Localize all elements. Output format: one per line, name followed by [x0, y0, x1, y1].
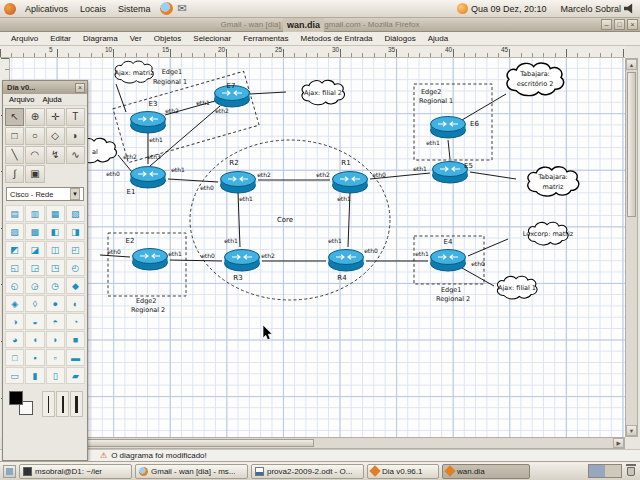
menu-item[interactable]: Diagrama — [77, 34, 124, 43]
tool-button[interactable]: ◇ — [46, 127, 65, 145]
cisco-shape-icon[interactable]: ▨ — [5, 223, 24, 240]
tool-button[interactable]: ∿ — [66, 146, 85, 164]
scroll-down-icon[interactable]: ▼ — [626, 425, 637, 436]
tool-button[interactable]: ◠ — [25, 146, 44, 164]
cisco-shape-icon[interactable]: ◒ — [25, 313, 44, 330]
menu-item[interactable]: Selecionar — [187, 34, 237, 43]
cisco-shape-icon[interactable]: ◓ — [46, 313, 65, 330]
cisco-shape-icon[interactable]: ◲ — [25, 259, 44, 276]
tool-button[interactable]: ✛ — [46, 108, 65, 126]
cisco-shape-icon[interactable]: ◶ — [25, 277, 44, 294]
cisco-shape-icon[interactable]: □ — [5, 349, 24, 366]
cisco-shape-icon[interactable]: ▤ — [5, 205, 24, 222]
cisco-shape-icon[interactable]: ▯ — [46, 367, 65, 384]
cisco-shape-icon[interactable]: ◷ — [46, 277, 65, 294]
cisco-shape-icon[interactable]: ◈ — [5, 295, 24, 312]
cisco-shape-icon[interactable]: ◑ — [5, 313, 24, 330]
panel-menu[interactable]: Sistema — [112, 0, 157, 17]
panel-menu[interactable]: Locais — [74, 0, 112, 17]
cisco-shape-icon[interactable]: ◨ — [66, 223, 85, 240]
horizontal-scrollbar[interactable]: ◀ ▶ — [10, 437, 625, 449]
menu-item[interactable]: Diálogos — [379, 34, 422, 43]
router-e1[interactable] — [131, 167, 166, 189]
line-width-medium[interactable] — [56, 391, 69, 417]
tool-button[interactable]: ◗ — [66, 127, 85, 145]
menu-item[interactable]: Ajuda — [422, 34, 454, 43]
tool-button[interactable]: T — [66, 108, 85, 126]
cisco-shape-icon[interactable]: ▫ — [46, 349, 65, 366]
cisco-shape-icon[interactable]: ▭ — [5, 367, 24, 384]
router-r3[interactable] — [225, 250, 260, 272]
cisco-shape-icon[interactable]: ▩ — [25, 223, 44, 240]
cloud-lexcorp-matriz[interactable]: Lexcorp: matriz — [523, 222, 574, 245]
cisco-shape-icon[interactable]: ▧ — [66, 205, 85, 222]
scroll-right-icon[interactable]: ▶ — [613, 438, 624, 448]
region-edge2-regional2[interactable]: Edge2 Regional 2 — [108, 233, 186, 314]
cisco-shape-icon[interactable]: ◪ — [25, 241, 44, 258]
user-switcher[interactable]: Marcelo Sobral — [560, 4, 621, 14]
cisco-shape-icon[interactable]: ◳ — [46, 259, 65, 276]
menu-item[interactable]: Métodos de Entrada — [294, 34, 378, 43]
cisco-shape-icon[interactable]: ◊ — [25, 295, 44, 312]
scroll-up-icon[interactable]: ▲ — [626, 59, 637, 70]
close-icon[interactable]: × — [75, 83, 85, 93]
cisco-shape-icon[interactable]: ◴ — [66, 259, 85, 276]
sheet-selector[interactable]: Cisco - Rede ▾ — [6, 187, 84, 201]
tool-button[interactable]: □ — [5, 127, 24, 145]
browser-launcher-icon[interactable] — [160, 2, 173, 15]
tool-button[interactable]: ╲ — [5, 146, 24, 164]
distro-logo-icon[interactable] — [4, 3, 16, 15]
taskbar-button-wan-dia[interactable]: wan.dia — [442, 464, 530, 479]
workspace-switcher[interactable] — [588, 464, 622, 478]
vertical-scrollbar[interactable]: ▲ ▼ — [625, 58, 638, 437]
menu-item[interactable]: Objetos — [148, 34, 188, 43]
tool-button[interactable]: ↖ — [5, 108, 24, 126]
menu-item[interactable]: Ferramentas — [237, 34, 294, 43]
cisco-shape-icon[interactable]: ◰ — [66, 241, 85, 258]
router-r4[interactable] — [329, 250, 364, 272]
region-core[interactable]: Core — [190, 140, 390, 300]
menu-item[interactable]: Ver — [124, 34, 148, 43]
update-notifier-icon[interactable] — [457, 3, 468, 14]
cloud-tabajara-matriz[interactable]: Tabajara: matriz — [528, 167, 579, 196]
panel-menu[interactable]: Aplicativos — [19, 0, 74, 17]
foreground-color-swatch[interactable] — [9, 391, 23, 405]
cisco-shape-icon[interactable]: ▮ — [25, 367, 44, 384]
toolbox-menu-item[interactable]: Arquivo — [6, 95, 37, 104]
router-e6[interactable] — [431, 117, 466, 139]
cisco-shape-icon[interactable]: ◐ — [66, 295, 85, 312]
cisco-shape-icon[interactable]: ● — [46, 295, 65, 312]
taskbar-button-terminal[interactable]: msobral@D1: ~/ier — [19, 464, 132, 479]
dropdown-arrow-icon[interactable]: ▾ — [70, 188, 80, 200]
cisco-shape-icon[interactable]: ◆ — [66, 277, 85, 294]
toolbox-menu-item[interactable]: Ajuda — [39, 95, 64, 104]
cisco-shape-icon[interactable]: ◫ — [46, 241, 65, 258]
show-desktop-button[interactable] — [3, 465, 16, 478]
title-bar[interactable]: Gmail - wan [dia] - msobral@gmail.com - … — [0, 18, 640, 32]
cisco-shape-icon[interactable]: ◧ — [46, 223, 65, 240]
router-e4[interactable] — [431, 250, 466, 272]
cloud-tabajara-escritorio2[interactable]: Tabajara: escritório 2 — [507, 63, 564, 96]
cisco-shape-icon[interactable]: ▬ — [66, 349, 85, 366]
cisco-shape-icon[interactable]: ■ — [66, 331, 85, 348]
window-control-button[interactable]: × — [627, 19, 638, 30]
cisco-shape-icon[interactable]: ◵ — [5, 277, 24, 294]
cloud-ajax-filial2[interactable]: Ajax: filial 2 — [302, 80, 344, 104]
volume-icon[interactable] — [624, 3, 636, 15]
taskbar-button-writer[interactable]: prova2-2009-2.odt - O... — [251, 464, 364, 479]
vertical-scroll-thumb[interactable] — [627, 72, 636, 217]
tool-button[interactable]: ∫ — [5, 165, 24, 183]
router-e2[interactable] — [133, 249, 168, 271]
menu-item[interactable]: Arquivo — [5, 34, 44, 43]
mail-launcher-icon[interactable]: ✉ — [176, 2, 189, 15]
cisco-shape-icon[interactable]: ▥ — [25, 205, 44, 222]
window-control-button[interactable]: – — [601, 19, 612, 30]
tool-button[interactable]: ▣ — [25, 165, 44, 183]
cisco-shape-icon[interactable]: ◔ — [66, 313, 85, 330]
cisco-shape-icon[interactable]: ◖ — [25, 331, 44, 348]
cloud-ajax-matriz[interactable]: Ajax: matriz — [114, 61, 154, 83]
clock[interactable]: Qua 09 Dez, 20:10 — [471, 4, 547, 14]
line-width-thin[interactable] — [42, 391, 55, 417]
tool-button[interactable]: ⊕ — [25, 108, 44, 126]
router-r2[interactable] — [221, 172, 256, 194]
